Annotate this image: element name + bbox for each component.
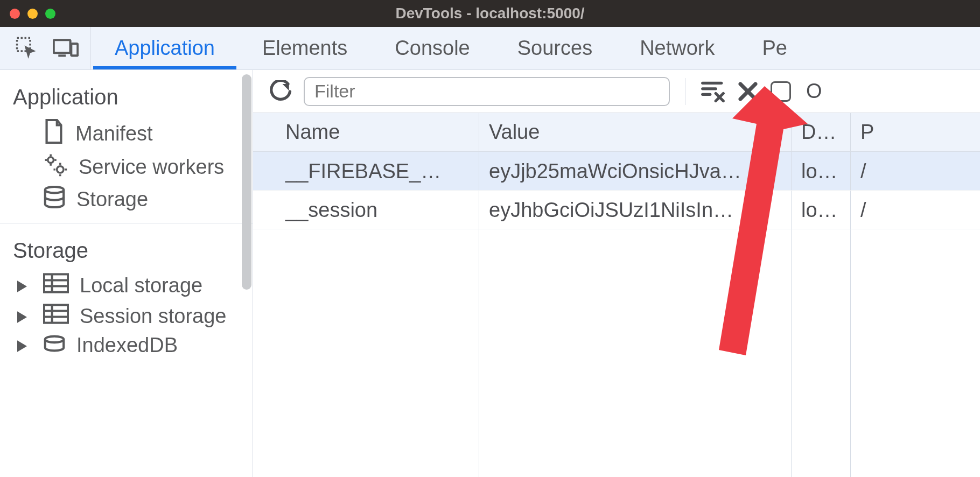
svg-rect-15 [44, 274, 68, 292]
svg-point-9 [57, 166, 64, 173]
chevron-right-icon [17, 274, 27, 297]
cell-path: / [851, 191, 980, 229]
cell-domain: lo… [792, 152, 851, 190]
svg-point-23 [45, 336, 64, 342]
tab-performance[interactable]: Pe [739, 27, 811, 69]
tab-label: Application [115, 37, 215, 60]
table-empty-area [253, 229, 980, 477]
sidebar-item-manifest[interactable]: Manifest [0, 117, 253, 151]
cookies-toolbar: O [253, 70, 980, 113]
device-mode-icon[interactable] [53, 37, 79, 60]
cell-name: __session [253, 191, 479, 229]
sidebar-item-label: Session storage [80, 305, 227, 328]
tab-label: Sources [517, 37, 592, 60]
chevron-right-icon [17, 305, 27, 328]
svg-rect-1 [54, 40, 71, 53]
sidebar-item-service-workers[interactable]: Service workers [0, 151, 253, 184]
table-icon [43, 272, 69, 299]
tab-label: Pe [762, 37, 787, 60]
sidebar-section-application: Application [0, 70, 253, 117]
table-row[interactable]: __session eyJhbGciOiJSUzI1NiIsIn… lo… / [253, 191, 980, 229]
cookies-table: Name Value D… P __FIREBASE_… eyJjb25maWc… [253, 113, 980, 477]
column-header-value[interactable]: Value [479, 113, 792, 151]
sidebar-section-storage: Storage [0, 223, 253, 270]
sidebar-item-label: Service workers [79, 156, 224, 179]
tab-sources[interactable]: Sources [494, 27, 616, 69]
sidebar-item-storage[interactable]: Storage [0, 184, 253, 215]
delete-button[interactable] [737, 81, 759, 102]
sidebar-item-label: IndexedDB [76, 334, 178, 357]
application-sidebar: Application Manifest Service workers [0, 70, 253, 477]
svg-point-14 [45, 187, 64, 193]
sidebar-item-label: Local storage [80, 274, 202, 297]
sidebar-item-indexeddb[interactable]: IndexedDB [0, 332, 253, 359]
gears-icon [43, 153, 68, 181]
checkbox-label-truncated: O [806, 80, 822, 103]
table-row[interactable]: __FIREBASE_… eyJjb25maWciOnsicHJva… lo… … [253, 152, 980, 191]
refresh-button[interactable] [269, 80, 292, 103]
sidebar-item-local-storage[interactable]: Local storage [0, 270, 253, 301]
column-header-domain[interactable]: D… [792, 113, 851, 151]
table-icon [43, 303, 69, 329]
column-header-name[interactable]: Name [253, 113, 479, 151]
chevron-right-icon [17, 334, 27, 357]
tab-label: Elements [262, 37, 347, 60]
tab-application[interactable]: Application [91, 27, 239, 69]
cell-path: / [851, 152, 980, 190]
clear-all-button[interactable] [701, 80, 725, 103]
svg-point-4 [48, 157, 54, 163]
svg-rect-3 [71, 44, 78, 55]
sidebar-item-label: Manifest [75, 122, 153, 145]
svg-rect-19 [44, 305, 68, 322]
window-title: DevTools - localhost:5000/ [0, 5, 980, 22]
scrollbar[interactable] [242, 74, 251, 290]
devtools-tabbar: Application Elements Console Sources Net… [0, 27, 980, 70]
filter-input[interactable] [304, 77, 670, 106]
database-icon [43, 334, 66, 357]
window-maximize-button[interactable] [45, 9, 55, 19]
cell-domain: lo… [792, 191, 851, 229]
tab-label: Network [640, 37, 715, 60]
separator [685, 78, 685, 105]
document-icon [43, 119, 65, 149]
window-minimize-button[interactable] [27, 9, 38, 19]
tab-network[interactable]: Network [616, 27, 738, 69]
cell-value: eyJjb25maWciOnsicHJva… [479, 152, 792, 190]
tab-elements[interactable]: Elements [239, 27, 371, 69]
titlebar: DevTools - localhost:5000/ [0, 0, 980, 27]
only-cookies-with-issue-checkbox[interactable] [771, 81, 791, 102]
cell-value: eyJhbGciOiJSUzI1NiIsIn… [479, 191, 792, 229]
table-header: Name Value D… P [253, 113, 980, 152]
sidebar-item-label: Storage [76, 188, 148, 211]
tab-label: Console [395, 37, 470, 60]
tab-console[interactable]: Console [371, 27, 493, 69]
column-header-path[interactable]: P [851, 113, 980, 151]
main-panel: O Name Value D… P __FIREBASE_… eyJjb25ma… [253, 70, 980, 477]
inspect-icon[interactable] [15, 36, 38, 61]
cell-name: __FIREBASE_… [253, 152, 479, 190]
window-controls [10, 9, 55, 19]
database-icon [43, 186, 66, 213]
window-close-button[interactable] [10, 9, 20, 19]
sidebar-item-session-storage[interactable]: Session storage [0, 301, 253, 332]
